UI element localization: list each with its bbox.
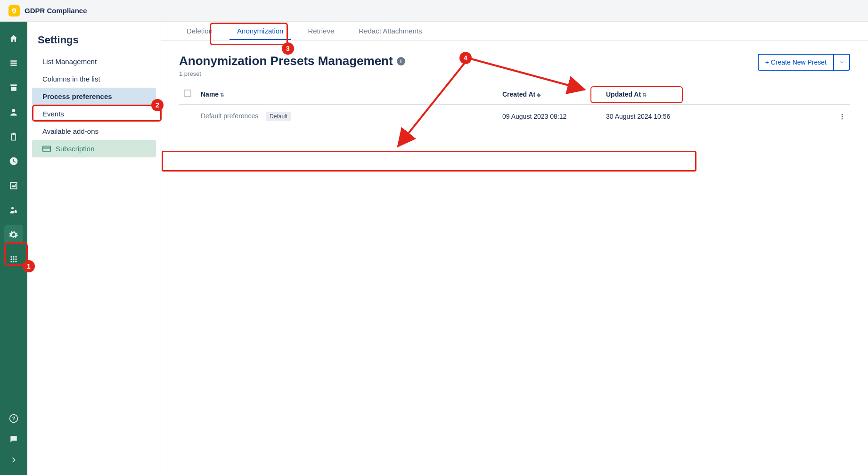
- col-name-label: Name: [201, 90, 219, 98]
- tab-redact-attachments[interactable]: Redact Attachments: [346, 22, 434, 40]
- svg-point-6: [10, 261, 12, 262]
- rail-clock-icon[interactable]: [4, 152, 23, 171]
- tab-label: Deletion: [187, 27, 213, 35]
- preset-name-link[interactable]: Default preferences: [201, 112, 258, 120]
- presets-table: Name⇅ Created At◆ Updated At⇅: [179, 84, 850, 128]
- rail-user-lock-icon[interactable]: [4, 201, 23, 220]
- svg-rect-12: [43, 147, 51, 148]
- rail-help-icon[interactable]: ?: [4, 409, 23, 428]
- col-created[interactable]: Created At◆: [498, 84, 601, 105]
- col-updated[interactable]: Updated At⇅: [601, 84, 834, 105]
- svg-point-1: [13, 256, 14, 257]
- info-icon[interactable]: i: [397, 57, 405, 66]
- svg-point-2: [15, 256, 16, 257]
- sort-icon: ⇅: [220, 92, 224, 98]
- left-icon-rail: ?: [0, 22, 27, 475]
- rail-expand-icon[interactable]: [4, 450, 23, 469]
- svg-point-0: [10, 256, 12, 257]
- rail-person-icon[interactable]: [4, 103, 23, 122]
- sort-icon: ⇅: [642, 92, 647, 98]
- sidebar-item-list-management[interactable]: List Management: [32, 53, 156, 70]
- rail-apps-icon[interactable]: [4, 250, 23, 269]
- settings-sidebar: Settings List Management Columns in the …: [27, 22, 161, 475]
- sidebar-section-title: Settings: [27, 30, 161, 53]
- tabs: Deletion Anonymization Retrieve Redact A…: [161, 22, 868, 41]
- tab-anonymization[interactable]: Anonymization: [225, 22, 295, 40]
- svg-point-5: [15, 258, 16, 260]
- svg-rect-11: [43, 146, 51, 152]
- rail-feedback-icon[interactable]: [4, 430, 23, 449]
- main-content: Deletion Anonymization Retrieve Redact A…: [161, 22, 868, 475]
- app-title: GDPR Compliance: [25, 7, 87, 15]
- preset-created: 09 August 2023 08:12: [498, 105, 601, 128]
- tab-deletion[interactable]: Deletion: [174, 22, 225, 40]
- app-logo-icon: [8, 5, 20, 16]
- rail-clipboard-icon[interactable]: [4, 127, 23, 146]
- default-badge: Default: [266, 112, 291, 121]
- col-name[interactable]: Name⇅: [196, 84, 498, 105]
- topbar: GDPR Compliance: [0, 0, 868, 22]
- sidebar-item-label: Process preferences: [42, 92, 112, 100]
- rail-chart-icon[interactable]: [4, 176, 23, 195]
- create-preset-label: + Create New Preset: [765, 58, 827, 66]
- sidebar-item-label: Subscription: [56, 145, 95, 153]
- sidebar-item-events[interactable]: Events: [32, 105, 156, 123]
- rail-settings-icon[interactable]: [4, 225, 23, 244]
- page-subtitle: 1 preset: [179, 70, 405, 77]
- col-updated-label: Updated At: [606, 90, 641, 98]
- sidebar-item-columns[interactable]: Columns in the list: [32, 70, 156, 88]
- sidebar-item-label: Available add-ons: [42, 127, 98, 135]
- svg-point-4: [13, 258, 14, 260]
- sidebar-item-label: List Management: [42, 57, 97, 66]
- chevron-down-icon: [839, 59, 844, 65]
- rail-home-icon[interactable]: [4, 29, 23, 48]
- tab-label: Retrieve: [308, 27, 334, 35]
- sidebar-item-process-preferences[interactable]: Process preferences: [32, 88, 156, 105]
- page-title: Anonymization Presets Management i: [179, 54, 405, 68]
- svg-point-7: [13, 261, 14, 262]
- tab-retrieve[interactable]: Retrieve: [295, 22, 346, 40]
- tab-label: Redact Attachments: [359, 27, 422, 35]
- select-all-checkbox[interactable]: [184, 90, 191, 97]
- create-preset-group: + Create New Preset: [758, 54, 850, 71]
- create-preset-button[interactable]: + Create New Preset: [759, 55, 833, 70]
- rail-archive-icon[interactable]: [4, 78, 23, 97]
- sidebar-item-label: Columns in the list: [42, 75, 100, 83]
- page-title-text: Anonymization Presets Management: [179, 54, 393, 68]
- svg-point-3: [10, 258, 12, 260]
- col-created-label: Created At: [502, 90, 535, 98]
- table-row[interactable]: Default preferences Default 09 August 20…: [179, 105, 850, 128]
- svg-point-8: [15, 261, 16, 262]
- preset-updated: 30 August 2024 10:56: [601, 105, 834, 128]
- tab-label: Anonymization: [237, 27, 283, 35]
- sort-icon: ◆: [537, 92, 540, 98]
- sidebar-item-label: Events: [42, 110, 64, 118]
- credit-card-icon: [42, 146, 51, 152]
- sidebar-item-addons[interactable]: Available add-ons: [32, 123, 156, 140]
- svg-text:?: ?: [12, 416, 16, 421]
- create-preset-dropdown[interactable]: [833, 55, 849, 70]
- row-actions-kebab-icon[interactable]: ⋮: [834, 105, 850, 128]
- rail-list-icon[interactable]: [4, 54, 23, 73]
- sidebar-item-subscription[interactable]: Subscription: [32, 140, 156, 157]
- page-header: Anonymization Presets Management i 1 pre…: [161, 41, 868, 82]
